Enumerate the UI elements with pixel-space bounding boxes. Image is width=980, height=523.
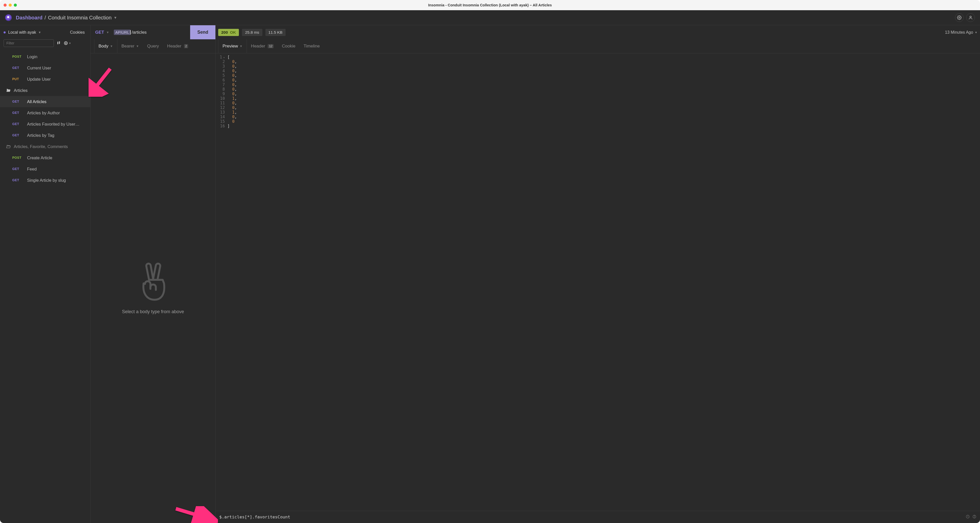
status-code-badge: 200 OK (218, 29, 239, 36)
tab-timeline[interactable]: Timeline (299, 39, 324, 53)
url-input[interactable]: APIURL /articles (114, 25, 190, 39)
cookies-link[interactable]: Cookies (70, 30, 85, 35)
header: Dashboard / Conduit Insomnia Collection … (0, 10, 980, 25)
line-number: 1▾ (216, 55, 228, 59)
minimize-window-icon[interactable] (9, 3, 12, 6)
tab-label: Cookie (282, 44, 295, 49)
method-label: GET (12, 111, 25, 114)
request-row[interactable]: GETArticles by Author (0, 107, 90, 118)
code-line: 8 0, (216, 87, 980, 92)
settings-button[interactable] (955, 13, 964, 22)
history-icon[interactable] (966, 515, 970, 520)
send-button[interactable]: Send (190, 25, 215, 39)
fold-icon[interactable]: ▾ (223, 56, 225, 59)
jsonpath-input[interactable] (219, 515, 963, 520)
method-label: GET (12, 66, 25, 70)
method-label: GET (12, 167, 25, 171)
jsonpath-bar (216, 511, 980, 523)
method-selector[interactable]: GET ▼ (91, 25, 114, 39)
request-row[interactable]: POSTLogin (0, 51, 90, 62)
request-row[interactable]: GETArticles Favorited by User… (0, 118, 90, 130)
code-token: 0, (228, 78, 237, 83)
folder-articles[interactable]: Articles (0, 85, 90, 96)
window-title: Insomnia - Conduit Insomnia Collection (… (428, 3, 552, 7)
code-line: 15 0 (216, 119, 980, 124)
tab-header[interactable]: Header 2 (163, 39, 192, 53)
code-token: [ (228, 55, 230, 59)
empty-body-message: Select a body type from above (122, 309, 184, 315)
url-env-tag[interactable]: APIURL (114, 30, 130, 35)
line-number: 7 (216, 83, 228, 87)
code-line: 12 0, (216, 105, 980, 110)
breadcrumb-dashboard[interactable]: Dashboard (16, 15, 42, 21)
method-label: PUT (12, 77, 25, 81)
request-label: Login (27, 54, 37, 59)
request-body-empty: Select a body type from above (91, 53, 215, 523)
line-number: 2 (216, 59, 228, 64)
folder-articles-fav-comments[interactable]: Articles, Favorite, Comments (0, 141, 90, 152)
url-path: /articles (132, 30, 147, 35)
response-tabs: Preview ▼ Header 12 Cookie Timeline (216, 39, 980, 53)
environment-selector[interactable]: Local with ayak ▼ Cookies (0, 25, 90, 39)
tab-cookie[interactable]: Cookie (278, 39, 299, 53)
chevron-down-icon: ▼ (239, 45, 242, 48)
tab-auth[interactable]: Bearer ▼ (118, 39, 143, 53)
code-line: 11 0, (216, 101, 980, 105)
line-number: 4 (216, 69, 228, 73)
request-label: Articles Favorited by User… (27, 122, 80, 127)
code-line: 1▾[ (216, 55, 980, 59)
create-button[interactable]: ▼ (64, 41, 71, 45)
tab-response-header[interactable]: Header 12 (247, 39, 278, 53)
code-token: 0, (228, 92, 237, 96)
line-number: 15 (216, 119, 228, 124)
code-line: 2 0, (216, 59, 980, 64)
chevron-down-icon: ▼ (106, 31, 109, 34)
response-body[interactable]: 1▾[2 0,3 0,4 0,5 0,6 0,7 0,8 0,9 0,10 1,… (216, 53, 980, 511)
request-label: Create Article (27, 156, 52, 160)
tab-label: Body (99, 44, 108, 49)
code-token: 0, (228, 105, 237, 110)
breadcrumb-caret-icon[interactable]: ▼ (114, 16, 117, 20)
request-tabs: Body ▼ Bearer ▼ Query Header 2 (91, 39, 215, 53)
tab-label: Query (147, 44, 159, 49)
code-token: 0, (228, 73, 237, 78)
tab-preview[interactable]: Preview ▼ (218, 39, 247, 53)
account-button[interactable] (966, 13, 975, 22)
svg-point-1 (970, 16, 971, 17)
response-pane: 200 OK 25.8 ms 11.5 KB 13 Minutes Ago ▼ (216, 25, 980, 523)
folder-label: Articles (14, 88, 27, 93)
line-number: 6 (216, 78, 228, 83)
method-label: GET (12, 178, 25, 182)
request-row[interactable]: GETCurrent User (0, 62, 90, 73)
folder-label: Articles, Favorite, Comments (14, 144, 68, 149)
sort-icon (57, 41, 60, 45)
code-line: 14 0, (216, 114, 980, 119)
filter-input[interactable] (3, 39, 54, 47)
code-token: 0, (228, 69, 237, 73)
request-row[interactable]: GETSingle Article by slug (0, 175, 90, 186)
close-window-icon[interactable] (3, 3, 6, 6)
code-token: 0, (228, 83, 237, 87)
help-icon[interactable] (972, 515, 977, 520)
request-row[interactable]: GETFeed (0, 163, 90, 175)
header-count-badge: 2 (184, 44, 188, 48)
tab-body[interactable]: Body ▼ (94, 39, 118, 53)
request-label: Update User (27, 77, 51, 82)
tab-query[interactable]: Query (143, 39, 163, 53)
request-row[interactable]: GETAll Articles (0, 96, 90, 107)
response-age-label: 13 Minutes Ago (945, 30, 973, 35)
peace-hand-icon (135, 262, 171, 304)
maximize-window-icon[interactable] (14, 3, 17, 6)
response-size-badge: 11.5 KB (266, 29, 286, 36)
tab-label: Preview (223, 44, 238, 49)
request-row[interactable]: POSTCreate Article (0, 152, 90, 163)
response-age[interactable]: 13 Minutes Ago ▼ (945, 30, 977, 35)
gear-icon (957, 15, 962, 20)
request-tree: POSTLoginGETCurrent UserPUTUpdate User A… (0, 49, 90, 523)
request-row[interactable]: GETArticles by Tag (0, 130, 90, 141)
sort-button[interactable] (57, 41, 60, 45)
titlebar: Insomnia - Conduit Insomnia Collection (… (0, 0, 980, 10)
method-label: POST (12, 55, 25, 59)
request-row[interactable]: PUTUpdate User (0, 73, 90, 85)
breadcrumb-current[interactable]: Conduit Insomnia Collection (48, 15, 111, 21)
